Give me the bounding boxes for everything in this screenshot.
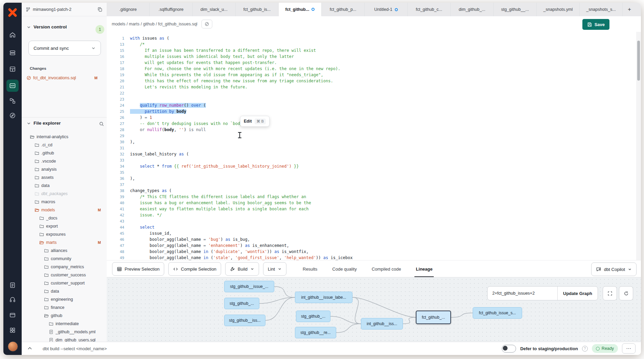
tree-item-customer-success[interactable]: customer_success xyxy=(22,271,107,279)
apps-icon[interactable] xyxy=(9,327,16,334)
tab-stg-github-[interactable]: stg_github__... xyxy=(494,3,537,16)
copy-icon[interactable] xyxy=(97,7,103,12)
support-icon[interactable] xyxy=(9,296,16,303)
command-input[interactable]: dbt build --select <model_name> xyxy=(43,346,107,351)
lineage-node-6[interactable]: int_github__iss... xyxy=(361,318,403,330)
tab-dim-github-[interactable]: dim_github_... xyxy=(451,3,494,16)
tree-item-dbt-packages[interactable]: dbt_packages xyxy=(22,190,107,198)
user-avatar[interactable] xyxy=(8,341,18,352)
edit-tooltip[interactable]: Edit ⌘ B xyxy=(240,116,270,127)
tab--gitignore[interactable]: .gitignore xyxy=(107,3,150,16)
jobs-icon[interactable] xyxy=(9,49,16,56)
preview-selection-button[interactable]: Preview Selection xyxy=(112,262,164,276)
tree-item--github-models-yml[interactable]: _github__models.yml xyxy=(22,328,107,336)
fullscreen-button[interactable] xyxy=(603,286,617,300)
file-explorer-header[interactable]: File explorer xyxy=(26,121,61,126)
tab-fct-github-p-[interactable]: fct_github_p... xyxy=(322,3,365,16)
lineage-panel[interactable]: 2+fct_github_issues+2 Update Graph stg_g… xyxy=(107,277,641,342)
tab-compiled-code[interactable]: Compiled code xyxy=(372,260,401,277)
collapse-panel-icon[interactable] xyxy=(26,345,33,352)
defer-toggle[interactable] xyxy=(502,345,516,353)
billing-icon[interactable] xyxy=(9,312,16,318)
help-icon[interactable]: ? xyxy=(582,346,588,352)
lineage-node-5[interactable]: stg_github__re... xyxy=(295,327,336,338)
unsaved-dot-icon xyxy=(312,8,315,11)
tab-code-quality[interactable]: Code quality xyxy=(332,260,357,277)
tab-fct-github-c-[interactable]: fct_github_c... xyxy=(408,3,451,16)
tree-item--docs[interactable]: _docs xyxy=(22,214,107,222)
tab--sqlfluffignore[interactable]: .sqlfluffignore xyxy=(150,3,193,16)
tab-dim-slack-u-[interactable]: dim_slack_u... xyxy=(193,3,236,16)
tree-item-macros[interactable]: macros xyxy=(22,198,107,206)
tree-item-alliances[interactable]: alliances xyxy=(22,247,107,255)
left-rail xyxy=(3,3,22,355)
tree-item-export[interactable]: export xyxy=(22,222,107,230)
line-number: 16 xyxy=(107,55,128,59)
tab--snapshots-yml[interactable]: _snapshots.yml xyxy=(537,3,580,16)
tree-item-community[interactable]: community xyxy=(22,255,107,263)
tree-item-analysis[interactable]: analysis xyxy=(22,165,107,173)
home-icon[interactable] xyxy=(9,31,16,38)
commit-and-sync-button[interactable]: Commit and sync xyxy=(28,41,101,56)
tree-item-intermediate[interactable]: intermediate xyxy=(22,320,107,328)
dbt-copilot-button[interactable]: dbt Copilot xyxy=(591,262,637,276)
code-token: )) xyxy=(267,249,275,254)
tab-lineage[interactable]: Lineage xyxy=(416,260,432,277)
lineage-node-7[interactable]: fct_github_... xyxy=(416,311,451,324)
lineage-selector-input[interactable]: 2+fct_github_issues+2 xyxy=(488,287,558,300)
scrollbar-thumb[interactable] xyxy=(637,41,640,81)
lineage-node-0[interactable]: stg_github__issue_... xyxy=(224,281,274,292)
build-button[interactable]: Build xyxy=(225,262,259,276)
line-number: 22 xyxy=(107,91,128,96)
tree-item-github[interactable]: github xyxy=(22,312,107,320)
tree-item-internal-analytics[interactable]: internal-analytics xyxy=(22,133,107,141)
tab--snapshots-s-[interactable]: _snapshots_s... xyxy=(580,3,623,16)
lineage-node-4[interactable]: stg_github_... xyxy=(296,311,330,322)
tree-item-engineering[interactable]: engineering xyxy=(22,295,107,303)
tree-item-exposures[interactable]: exposures xyxy=(22,230,107,238)
tree-item-company-metrics[interactable]: company_metrics xyxy=(22,263,107,271)
version-control-header[interactable]: Version control xyxy=(26,24,67,29)
file-actions-icon[interactable] xyxy=(201,20,212,28)
changed-file-row[interactable]: fct_dbt_invocations.sql M xyxy=(26,74,103,82)
tab-untitled-1[interactable]: Untitled-1 xyxy=(365,3,408,16)
tree-item-dim-github-users-sql[interactable]: dim_github_users.sql xyxy=(22,336,107,342)
editor-scrollbar[interactable] xyxy=(636,32,641,260)
lint-button[interactable]: Lint xyxy=(263,262,286,276)
tree-item--github[interactable]: .github xyxy=(22,149,107,157)
tree-item-marts[interactable]: martsM xyxy=(22,238,107,247)
docs-icon[interactable] xyxy=(9,282,16,289)
new-tab-button[interactable]: + xyxy=(623,3,636,16)
tree-item-assets[interactable]: assets xyxy=(22,173,107,182)
code-token: }} xyxy=(292,164,299,169)
explore-icon[interactable] xyxy=(9,112,16,119)
code-token: as xyxy=(159,36,164,41)
compile-selection-button[interactable]: Compile Selection xyxy=(168,262,221,276)
tree-item-customer-support[interactable]: customer_support xyxy=(22,279,107,287)
tree-item-data[interactable]: data xyxy=(22,287,107,295)
lineage-node-8[interactable]: fct_github_issue_s... xyxy=(473,307,522,319)
line-number: 13 xyxy=(107,42,128,47)
environments-icon[interactable] xyxy=(9,66,16,72)
tab-results[interactable]: Results xyxy=(303,260,317,277)
tree-item-finance[interactable]: finance xyxy=(22,303,107,312)
search-icon[interactable] xyxy=(99,121,104,127)
refresh-button[interactable] xyxy=(619,286,633,300)
ide-icon[interactable] xyxy=(6,80,19,92)
more-options-button[interactable]: ⋯ xyxy=(622,343,636,354)
branch-row[interactable]: mirnawong1-patch-2 xyxy=(22,3,107,16)
update-graph-button[interactable]: Update Graph xyxy=(558,287,598,300)
tab-fct-github-[interactable]: fct_github... xyxy=(279,3,322,16)
save-button[interactable]: Save xyxy=(582,19,609,30)
tree-item--ci-cd[interactable]: .ci_cd xyxy=(22,141,107,149)
tree-item-data[interactable]: data xyxy=(22,182,107,190)
tab-fct-github-is-[interactable]: fct_github_is... xyxy=(236,3,279,16)
orchestration-icon[interactable] xyxy=(9,98,16,104)
tree-item--vscode[interactable]: .vscode xyxy=(22,157,107,165)
lineage-node-2[interactable]: stg_github__iss... xyxy=(224,315,265,326)
lineage-node-3[interactable]: int_github__issue_labe... xyxy=(295,292,352,303)
folder-icon xyxy=(35,167,39,172)
lineage-node-1[interactable]: stg_github_... xyxy=(224,298,259,309)
code-editor[interactable]: 1with issues as (13 /*15 If an issue has… xyxy=(107,32,641,260)
tree-item-models[interactable]: modelsM xyxy=(22,206,107,214)
